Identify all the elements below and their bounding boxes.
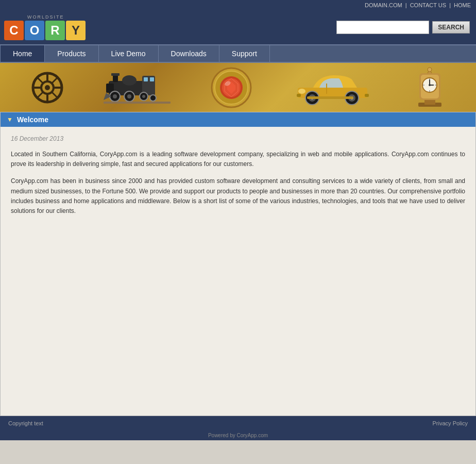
svg-point-15 (122, 75, 137, 86)
banner-clock (413, 65, 447, 109)
svg-point-20 (113, 94, 117, 98)
logo-tile-r: R (45, 21, 65, 40)
logo-tile-o: O (25, 21, 44, 40)
svg-rect-27 (104, 102, 171, 104)
top-bar: DOMAIN.COM | CONTACT US | HOME (0, 0, 476, 10)
domain-link[interactable]: DOMAIN.COM (365, 2, 402, 8)
logo-tile-y: Y (66, 21, 86, 40)
search-area: SEARCH (336, 21, 470, 34)
separator-1: | (405, 2, 407, 8)
svg-line-10 (37, 92, 43, 98)
footer: Copyright text Privacy Policy (0, 416, 476, 430)
svg-rect-44 (365, 94, 369, 97)
home-link[interactable]: HOME (454, 2, 471, 8)
header: WORLDSITE C O R Y SEARCH (0, 10, 476, 44)
contact-link[interactable]: CONTACT US (410, 2, 447, 8)
separator-2: | (449, 2, 451, 8)
svg-point-24 (142, 95, 145, 98)
welcome-header: ▼ Welcome (1, 112, 475, 127)
welcome-section: ▼ Welcome 16 December 2013 Located in So… (0, 112, 476, 416)
powered-by-bar: Powered by CoryApp.com (0, 430, 476, 440)
powered-by-text: Powered by CoryApp.com (208, 433, 268, 438)
search-input[interactable] (336, 21, 429, 34)
svg-point-25 (150, 95, 156, 101)
svg-rect-45 (307, 96, 353, 99)
privacy-policy-link[interactable]: Privacy Policy (433, 420, 468, 426)
welcome-paragraph-1: Located in Southern California, CoryApp.… (11, 150, 465, 169)
brand-worldsite: WORLDSITE (27, 14, 64, 20)
svg-rect-18 (150, 77, 154, 81)
navigation: Home Products Live Demo Downloads Suppor… (0, 44, 476, 63)
svg-rect-17 (144, 77, 148, 81)
nav-item-support[interactable]: Support (219, 45, 270, 62)
svg-line-8 (52, 92, 58, 98)
nav-item-live-demo[interactable]: Live Demo (99, 45, 159, 62)
svg-rect-14 (111, 73, 120, 76)
banner (0, 63, 476, 112)
svg-point-54 (429, 84, 431, 86)
svg-line-9 (52, 77, 58, 83)
svg-line-7 (37, 77, 43, 83)
nav-item-downloads[interactable]: Downloads (159, 45, 219, 62)
welcome-paragraph-2: CoryApp.com has been in business since 2… (11, 176, 465, 216)
nav-item-products[interactable]: Products (45, 45, 98, 62)
welcome-date: 16 December 2013 (11, 135, 465, 142)
triangle-icon: ▼ (7, 116, 13, 123)
banner-gear (29, 70, 65, 106)
logo-tile-c: C (4, 21, 24, 40)
welcome-title: Welcome (17, 115, 48, 124)
svg-point-36 (298, 89, 305, 94)
logo-area: WORLDSITE C O R Y (4, 14, 86, 40)
copyright-text: Copyright text (8, 420, 43, 426)
logo-tiles: C O R Y (4, 21, 86, 40)
banner-gem (208, 64, 254, 111)
svg-rect-46 (326, 84, 327, 94)
svg-rect-43 (297, 94, 301, 97)
nav-item-home[interactable]: Home (0, 45, 45, 62)
svg-point-22 (127, 94, 131, 98)
welcome-content: 16 December 2013 Located in Southern Cal… (1, 127, 475, 416)
banner-car (293, 68, 375, 107)
search-button[interactable]: SEARCH (432, 21, 470, 34)
svg-point-55 (428, 68, 432, 72)
banner-train (104, 68, 171, 107)
svg-point-2 (45, 85, 50, 90)
